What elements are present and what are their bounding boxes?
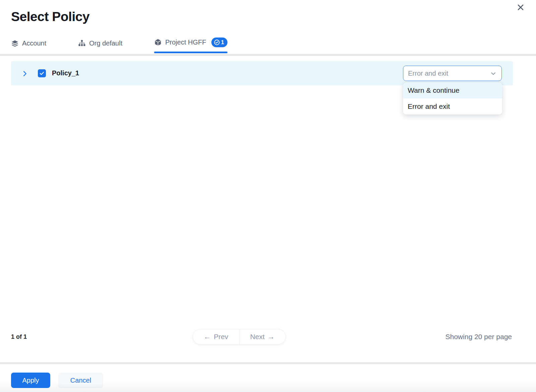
tab-org-default[interactable]: Org default <box>78 40 122 53</box>
tabs-divider <box>0 54 536 56</box>
tab-label: Project HGFF <box>165 38 206 46</box>
menu-option-warn-continue[interactable]: Warn & continue <box>403 82 502 98</box>
apply-button[interactable]: Apply <box>11 373 50 388</box>
cancel-button[interactable]: Cancel <box>58 373 103 388</box>
layers-icon <box>11 40 19 47</box>
select-dropdown-menu: Warn & continue Error and exit <box>403 82 502 114</box>
check-circle-icon <box>214 39 220 46</box>
tab-project-hgff[interactable]: Project HGFF 1 <box>154 37 227 53</box>
chevron-right-icon <box>21 70 28 77</box>
badge-count: 1 <box>221 40 224 45</box>
close-icon <box>517 3 525 11</box>
page-info: 1 of 1 <box>11 333 27 340</box>
selected-count-badge: 1 <box>211 37 227 47</box>
page-title: Select Policy <box>11 9 89 24</box>
tab-bar: Account Org default <box>11 37 227 53</box>
policy-name: Policy_1 <box>52 69 79 77</box>
showing-per-page: Showing 20 per page <box>446 333 512 341</box>
policy-checkbox[interactable] <box>38 69 46 77</box>
footer: Apply Cancel <box>0 364 536 392</box>
policy-row: Policy_1 Error and exit <box>11 61 513 85</box>
cube-icon <box>154 38 162 46</box>
tab-account[interactable]: Account <box>11 40 46 53</box>
tab-label: Org default <box>89 40 122 47</box>
prev-label: Prev <box>214 333 228 341</box>
tab-label: Account <box>22 40 46 47</box>
next-page-button[interactable]: Next → <box>240 329 286 344</box>
select-value: Error and exit <box>408 70 490 77</box>
prev-page-button[interactable]: ← Prev <box>193 329 240 344</box>
expand-row-button[interactable] <box>20 69 29 78</box>
checkbox-check-icon <box>39 71 45 76</box>
menu-option-error-exit[interactable]: Error and exit <box>403 98 502 114</box>
policy-action-select[interactable]: Error and exit <box>403 66 502 81</box>
arrow-right-icon: → <box>268 333 275 341</box>
pagination-control: ← Prev Next → <box>193 329 286 344</box>
close-button[interactable] <box>515 2 526 13</box>
chevron-down-icon <box>490 70 497 77</box>
org-chart-icon <box>78 40 86 47</box>
next-label: Next <box>250 333 265 341</box>
select-policy-modal: Select Policy Account <box>0 0 536 392</box>
arrow-left-icon: ← <box>204 333 211 341</box>
